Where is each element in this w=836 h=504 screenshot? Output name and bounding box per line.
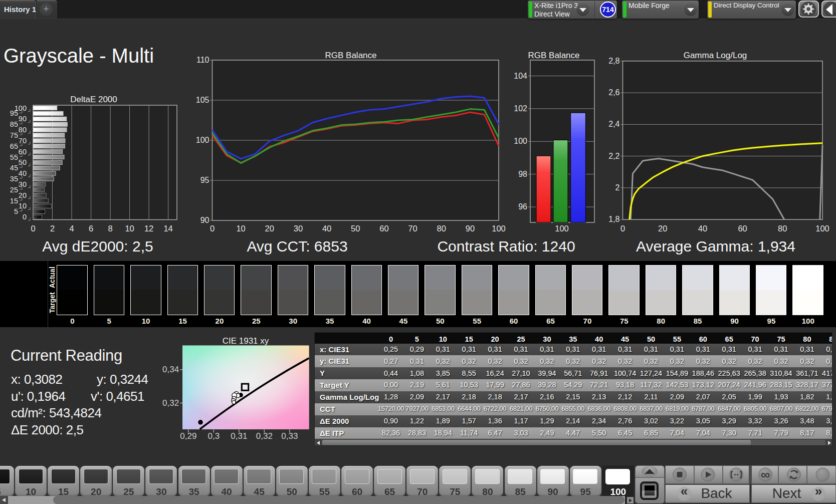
svg-text:∞: ∞ — [761, 467, 770, 482]
